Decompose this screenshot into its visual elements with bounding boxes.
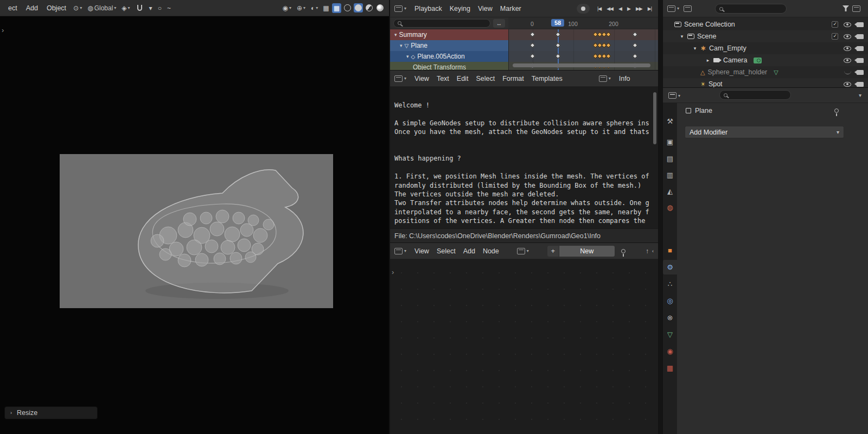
hide-in-viewport-toggle[interactable] bbox=[844, 82, 851, 87]
channel-plane[interactable]: ▾▽Plane bbox=[390, 40, 508, 51]
menu-text-text[interactable]: Text bbox=[433, 73, 453, 84]
timeline-horizontal-scrollbar[interactable] bbox=[513, 63, 650, 67]
menu-text-edit[interactable]: Edit bbox=[453, 73, 473, 84]
menu-node-select[interactable]: Select bbox=[433, 246, 459, 257]
menu-dope-playback[interactable]: Playback bbox=[411, 3, 446, 14]
outliner-item-spot[interactable]: ☀Spot bbox=[663, 78, 868, 88]
pin-icon[interactable] bbox=[834, 108, 839, 113]
tab-modifiers[interactable]: ⚙ bbox=[663, 260, 677, 275]
menu-text-format[interactable]: Format bbox=[499, 73, 528, 84]
shading-material-button[interactable] bbox=[365, 3, 374, 12]
transform-orientation-dropdown[interactable]: ◍Global▾ bbox=[85, 3, 118, 13]
parent-node-tree-button[interactable]: ↑ bbox=[643, 246, 651, 256]
disclosure-triangle-icon[interactable]: ▸ bbox=[705, 58, 711, 63]
overlays-dropdown[interactable]: ◐▾ bbox=[309, 4, 320, 12]
node-graph-canvas[interactable] bbox=[390, 259, 658, 434]
hide-in-viewport-toggle[interactable] bbox=[844, 58, 851, 63]
node-sidebar-toggle[interactable]: › bbox=[392, 268, 394, 276]
geometry-node-editor[interactable]: ▾ ViewSelectAddNode ▾ + New ↑ ‹ › bbox=[390, 243, 658, 434]
collection-checkbox[interactable] bbox=[832, 21, 838, 28]
filter-dropdown[interactable] bbox=[840, 4, 851, 12]
editor-type-dropdown[interactable]: ▾ bbox=[394, 248, 406, 254]
snap-toggle[interactable] bbox=[133, 4, 146, 12]
header-collapse-icon[interactable]: ‹ bbox=[652, 248, 654, 254]
tab-texture[interactable]: ▦ bbox=[663, 361, 677, 375]
hide-in-viewport-toggle[interactable] bbox=[844, 22, 851, 27]
channel-search-input[interactable] bbox=[393, 19, 490, 28]
menu-dope-view[interactable]: View bbox=[474, 3, 496, 14]
3d-viewport[interactable]: ect Add Object ⊙▾ ◍Global▾ ◈▾ ▾ ○ ~ ◉▾ ⊕… bbox=[0, 0, 389, 434]
xray-toggle[interactable]: ▦ bbox=[321, 3, 330, 13]
add-modifier-dropdown[interactable]: Add Modifier ▾ bbox=[685, 126, 844, 138]
outliner-item-camera[interactable]: ▸Camera bbox=[663, 54, 868, 66]
shading-rendered-button[interactable] bbox=[375, 3, 385, 12]
menu-node-view[interactable]: View bbox=[411, 246, 433, 257]
auto-keyframe-toggle[interactable] bbox=[577, 4, 590, 14]
text-content[interactable]: Welcome ! A simple GeoNodes setup to dis… bbox=[390, 87, 658, 228]
collection-checkbox[interactable] bbox=[832, 33, 838, 40]
disclosure-triangle-icon[interactable]: ▾ bbox=[400, 43, 403, 48]
tab-view-layer[interactable]: ▥ bbox=[663, 168, 677, 182]
text-vertical-scrollbar[interactable] bbox=[653, 92, 656, 144]
pin-icon[interactable] bbox=[621, 249, 626, 253]
editor-type-dropdown[interactable]: ▾ bbox=[667, 5, 679, 12]
jump-to-start-button[interactable]: |◀ bbox=[595, 4, 603, 13]
disable-in-renders-toggle[interactable] bbox=[857, 34, 864, 39]
tab-object[interactable]: ■ bbox=[663, 243, 677, 258]
menu-object[interactable]: Object bbox=[43, 3, 70, 14]
disable-in-renders-toggle[interactable] bbox=[857, 22, 864, 27]
menu-node-node[interactable]: Node bbox=[479, 246, 503, 257]
jump-to-prev-keyframe-button[interactable]: ◀◀ bbox=[604, 4, 615, 13]
text-datablock-name[interactable]: Info bbox=[615, 73, 634, 84]
menu-node-add[interactable]: Add bbox=[459, 246, 479, 257]
menu-text-templates[interactable]: Templates bbox=[528, 73, 566, 84]
frame-all-button[interactable]: ↔ bbox=[493, 19, 505, 28]
tab-constraints[interactable]: ⊗ bbox=[663, 310, 677, 325]
shading-solid-button[interactable] bbox=[354, 3, 363, 12]
outliner-options-dropdown[interactable] bbox=[852, 5, 860, 12]
tab-physics[interactable]: ◎ bbox=[663, 293, 677, 308]
breadcrumb-object-name[interactable]: Plane bbox=[695, 107, 712, 114]
jump-to-next-keyframe-button[interactable]: ▶▶ bbox=[634, 4, 644, 13]
gizmos-dropdown[interactable]: ⊕▾ bbox=[295, 4, 308, 12]
snap-target-dropdown[interactable]: ◈▾ bbox=[119, 4, 132, 12]
snap-with-dropdown[interactable]: ▾ bbox=[147, 4, 155, 12]
proportional-falloff-dropdown[interactable]: ~ bbox=[165, 4, 173, 12]
menu-text-view[interactable]: View bbox=[411, 73, 433, 84]
jump-to-end-button[interactable]: ▶| bbox=[646, 4, 654, 13]
menu-add[interactable]: Add bbox=[22, 3, 42, 14]
channel-object-transforms[interactable]: Object Transforms bbox=[390, 62, 508, 71]
filter-options-icon[interactable]: ▾ bbox=[859, 92, 861, 98]
shading-wireframe-button[interactable] bbox=[343, 3, 352, 12]
outliner[interactable]: ▾ Scene Collection▾Scene▾∗Cam_Empty▸Came… bbox=[663, 0, 868, 88]
menu-text-select[interactable]: Select bbox=[472, 73, 499, 84]
tab-material[interactable]: ◉ bbox=[663, 344, 677, 359]
outliner-item-scene[interactable]: ▾Scene bbox=[663, 30, 868, 42]
hidden-eye-toggle[interactable] bbox=[844, 71, 851, 74]
editor-type-dropdown[interactable]: ▾ bbox=[668, 92, 680, 99]
play-button[interactable]: ▶ bbox=[625, 4, 633, 13]
tab-world[interactable]: ◍ bbox=[663, 200, 677, 215]
tab-tool[interactable]: ⚒ bbox=[663, 114, 677, 129]
outliner-item-cam-empty[interactable]: ▾∗Cam_Empty bbox=[663, 42, 868, 54]
disclosure-triangle-icon[interactable]: ▾ bbox=[679, 34, 685, 39]
channel-plane-005action[interactable]: ▾◇Plane.005Action bbox=[390, 51, 508, 62]
menu-dope-keying[interactable]: Keying bbox=[446, 3, 474, 14]
tab-render[interactable]: ▣ bbox=[663, 135, 677, 149]
properties-search-input[interactable] bbox=[719, 90, 791, 100]
outliner-item-scene-collection[interactable]: Scene Collection bbox=[663, 18, 868, 30]
timeline-ruler[interactable]: 010020058 bbox=[508, 17, 658, 29]
disclosure-triangle-icon[interactable]: ▾ bbox=[394, 32, 397, 37]
properties-editor[interactable]: ▾ ▾ ⚒▣▤▥◭◍■⚙∴◎⊗▽◉▦ Plane Add Modifier ▾ bbox=[663, 88, 868, 434]
current-frame-badge[interactable]: 58 bbox=[551, 19, 564, 27]
show-gizmo-toggle[interactable]: ▦ bbox=[332, 3, 341, 13]
tab-scene[interactable]: ◭ bbox=[663, 184, 677, 199]
disclosure-triangle-icon[interactable]: ▾ bbox=[692, 46, 698, 51]
disable-in-renders-toggle[interactable] bbox=[857, 46, 864, 51]
tab-object-data[interactable]: ▽ bbox=[663, 327, 677, 342]
hide-in-viewport-toggle[interactable] bbox=[844, 46, 851, 51]
menu-dope-marker[interactable]: Marker bbox=[496, 3, 525, 14]
outliner-search-input[interactable] bbox=[715, 4, 787, 14]
outliner-item-sphere-mat-holder[interactable]: △Sphere_mat_holder▽ bbox=[663, 66, 868, 78]
editor-type-dropdown[interactable]: ▾ bbox=[394, 5, 406, 12]
